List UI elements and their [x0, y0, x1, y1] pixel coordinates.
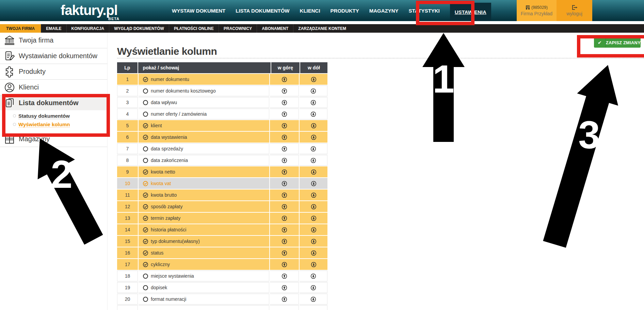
sidebar-item-klienci[interactable]: Klienci [0, 80, 107, 95]
arrow-up-circle-icon[interactable] [281, 158, 287, 163]
column-toggle-cell[interactable]: data sprzedaży [139, 143, 269, 154]
move-up-cell[interactable] [270, 132, 299, 143]
move-up-cell[interactable] [270, 224, 299, 235]
subnav-item-zarządzanie-kontem[interactable]: ZARZĄDZANIE KONTEM [293, 24, 351, 33]
move-down-cell[interactable] [300, 213, 327, 224]
subnav-item-płatności-online[interactable]: PŁATNOŚCI ONLINE [169, 24, 219, 33]
move-down-cell[interactable] [300, 120, 327, 131]
arrow-down-circle-icon[interactable] [311, 181, 317, 186]
arrow-down-circle-icon[interactable] [311, 134, 317, 140]
move-down-cell[interactable] [300, 155, 327, 166]
move-down-cell[interactable] [300, 259, 327, 270]
topnav-item-magazyny[interactable]: MAGAZYNY [369, 8, 399, 14]
move-up-cell[interactable] [270, 271, 299, 281]
move-up-cell[interactable] [270, 236, 299, 247]
move-up-cell[interactable] [270, 178, 299, 189]
column-toggle-cell[interactable]: sposób zapłaty [139, 201, 269, 212]
column-toggle-cell[interactable]: historia płatności [139, 224, 269, 235]
column-toggle-cell[interactable] [139, 305, 269, 310]
arrow-up-circle-icon[interactable] [281, 134, 287, 140]
arrow-up-circle-icon[interactable] [281, 250, 287, 256]
arrow-down-circle-icon[interactable] [310, 158, 316, 163]
topnav-item-wystaw-dokument[interactable]: WYSTAW DOKUMENT [172, 8, 225, 14]
arrow-down-circle-icon[interactable] [311, 77, 317, 82]
move-up-cell[interactable] [270, 213, 299, 224]
move-down-cell[interactable] [300, 178, 327, 189]
move-down-cell[interactable] [300, 97, 327, 108]
column-toggle-cell[interactable]: klient [139, 120, 269, 131]
move-up-cell[interactable] [270, 282, 299, 293]
column-toggle-cell[interactable]: dopisek [139, 282, 269, 293]
arrow-up-circle-icon[interactable] [281, 111, 287, 117]
arrow-up-circle-icon[interactable] [281, 262, 287, 267]
subnav-item-emaile[interactable]: EMAILE [41, 24, 66, 33]
move-up-cell[interactable] [270, 97, 299, 108]
move-up-cell[interactable] [270, 155, 299, 166]
move-down-cell[interactable] [300, 190, 327, 200]
arrow-down-circle-icon[interactable] [311, 169, 317, 175]
column-toggle-cell[interactable]: data wpływu [139, 97, 269, 108]
move-down-cell[interactable] [300, 294, 327, 305]
column-toggle-cell[interactable]: typ dokumentu(własny) [139, 236, 269, 247]
arrow-down-circle-icon[interactable] [310, 146, 316, 152]
arrow-down-circle-icon[interactable] [311, 262, 317, 267]
company-account-button[interactable]: (985029) Firma Przykład [517, 0, 557, 21]
arrow-up-circle-icon[interactable] [281, 239, 287, 244]
arrow-down-circle-icon[interactable] [311, 239, 317, 244]
column-toggle-cell[interactable]: kwota brutto [139, 190, 269, 200]
column-toggle-cell[interactable]: kwota vat [139, 178, 269, 189]
column-toggle-cell[interactable]: numer oferty / zamówienia [139, 109, 269, 119]
arrow-down-circle-icon[interactable] [310, 285, 316, 291]
subnav-item-twoja-firma[interactable]: TWOJA FIRMA [0, 24, 41, 33]
sidebar-item-magazyny[interactable]: Magazyny [0, 131, 107, 147]
arrow-up-circle-icon[interactable] [281, 100, 287, 105]
move-up-cell[interactable] [270, 247, 299, 258]
move-down-cell[interactable] [300, 305, 327, 310]
subnav-item-abonament[interactable]: ABONAMENT [257, 24, 293, 33]
move-down-cell[interactable] [300, 85, 327, 96]
arrow-up-circle-icon[interactable] [281, 169, 287, 175]
move-down-cell[interactable] [300, 271, 327, 281]
topnav-item-lista-dokumentów[interactable]: LISTA DOKUMENTÓW [236, 8, 289, 14]
move-down-cell[interactable] [300, 109, 327, 119]
column-toggle-cell[interactable]: numer dokumentu kosztowego [139, 85, 269, 96]
sidebar-item-twoja-firma[interactable]: Twoja firma [0, 33, 107, 48]
move-up-cell[interactable] [270, 259, 299, 270]
arrow-up-circle-icon[interactable] [281, 146, 287, 152]
move-up-cell[interactable] [270, 190, 299, 200]
arrow-up-circle-icon[interactable] [281, 227, 287, 233]
sidebar-item-produkty[interactable]: Produkty [0, 64, 107, 80]
arrow-down-circle-icon[interactable] [310, 111, 316, 117]
move-down-cell[interactable] [300, 236, 327, 247]
topnav-item-produkty[interactable]: PRODUKTY [331, 8, 359, 14]
arrow-down-circle-icon[interactable] [311, 123, 317, 129]
subnav-item-wygląd-dokumentów[interactable]: WYGLĄD DOKUMENTÓW [109, 24, 169, 33]
column-toggle-cell[interactable]: kwota netto [139, 166, 269, 177]
move-up-cell[interactable] [270, 166, 299, 177]
arrow-down-circle-icon[interactable] [310, 88, 316, 94]
topnav-item-klienci[interactable]: KLIENCI [300, 8, 320, 14]
move-down-cell[interactable] [300, 247, 327, 258]
move-up-cell[interactable] [270, 120, 299, 131]
topnav-item-statystyki[interactable]: STATYSTYKI [409, 8, 440, 14]
sidebar-item-lista-dokumentów[interactable]: Lista dokumentów [0, 95, 107, 110]
topnav-item-ustawienia[interactable]: USTAWIENIA [450, 3, 491, 21]
move-down-cell[interactable] [300, 282, 327, 293]
move-up-cell[interactable] [270, 305, 299, 310]
column-toggle-cell[interactable]: miejsce wystawienia [139, 271, 269, 281]
arrow-down-circle-icon[interactable] [310, 100, 316, 105]
column-toggle-cell[interactable]: format numeracji [139, 294, 269, 305]
sidebar-item-wystawianie-dokumentów[interactable]: Wystawianie dokumentów [0, 48, 107, 64]
column-toggle-cell[interactable]: status [139, 247, 269, 258]
save-changes-button[interactable]: ✔ ZAPISZ ZMIANY [594, 37, 641, 48]
move-up-cell[interactable] [270, 143, 299, 154]
sidebar-subitem-statusy-dokumentów[interactable]: Statusy dokumentów [0, 112, 107, 120]
move-down-cell[interactable] [300, 132, 327, 143]
move-down-cell[interactable] [300, 143, 327, 154]
subnav-item-pracownicy[interactable]: PRACOWNICY [219, 24, 257, 33]
arrow-up-circle-icon[interactable] [281, 215, 287, 221]
move-down-cell[interactable] [300, 74, 327, 85]
arrow-down-circle-icon[interactable] [311, 250, 317, 256]
arrow-up-circle-icon[interactable] [281, 88, 287, 94]
arrow-down-circle-icon[interactable] [310, 273, 316, 279]
